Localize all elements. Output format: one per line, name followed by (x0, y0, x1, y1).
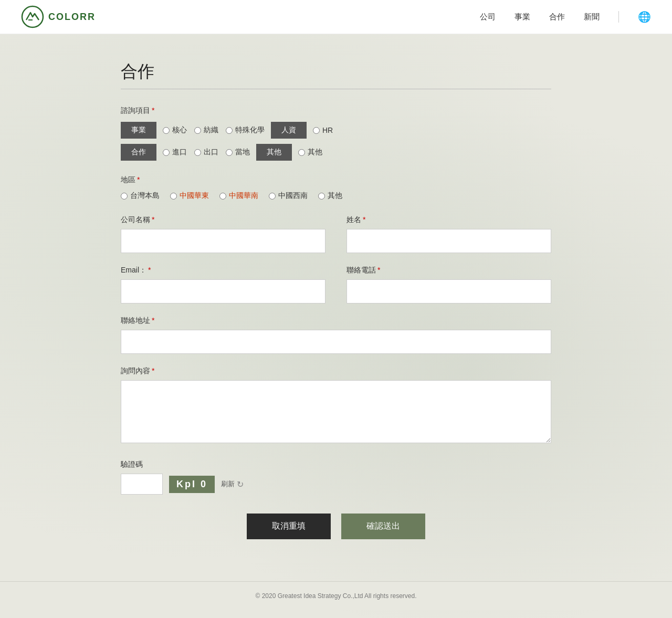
category-btn-cooperation[interactable]: 合作 (121, 144, 156, 161)
consultation-label: 諮詢項目* (121, 106, 551, 116)
captcha-image: KpI 0 (169, 476, 215, 493)
cancel-reset-button[interactable]: 取消重填 (247, 514, 331, 539)
company-name-field: 公司名稱* (121, 215, 326, 253)
hr-radio-group: HR (313, 126, 333, 134)
phone-field: 聯絡電話* (346, 266, 551, 303)
captcha-refresh-label: 刷新 (221, 479, 235, 489)
main-content: 合作 諮詢項目* 事業 核心 紡織 (110, 34, 562, 581)
refresh-icon: ↻ (237, 479, 244, 489)
radio-china-east-input[interactable] (170, 193, 177, 200)
company-name-input[interactable] (121, 229, 326, 253)
title-divider (121, 89, 551, 89)
captcha-row: KpI 0 刷新 ↻ (121, 474, 551, 495)
company-name-row: 公司名稱* 姓名* (121, 215, 551, 253)
business-radio-group: 核心 紡織 特殊化學 (163, 125, 265, 135)
radio-export[interactable]: 出口 (194, 148, 218, 157)
radio-region-other[interactable]: 其他 (318, 191, 342, 201)
radio-other-input[interactable] (298, 149, 305, 156)
site-header: COLORR 公司 事業 合作 新聞 🌐 (0, 0, 672, 34)
radio-china-east[interactable]: 中國華東 (170, 191, 209, 201)
radio-import-input[interactable] (163, 149, 170, 156)
radio-hr-input[interactable] (313, 127, 320, 134)
address-field: 聯絡地址* (121, 316, 551, 354)
full-name-label: 姓名* (346, 215, 551, 225)
nav-cooperation[interactable]: 合作 (549, 12, 565, 22)
radio-local[interactable]: 當地 (226, 148, 250, 157)
captcha-label: 驗證碼 (121, 460, 551, 469)
cooperation-form: 諮詢項目* 事業 核心 紡織 特殊化學 (121, 106, 551, 539)
inquiry-textarea[interactable] (121, 380, 551, 443)
page-title: 合作 (121, 60, 551, 83)
category-btn-business[interactable]: 事業 (121, 122, 156, 139)
full-name-input[interactable] (346, 229, 551, 253)
logo-icon (21, 5, 44, 28)
captcha-section: 驗證碼 KpI 0 刷新 ↻ (121, 460, 551, 495)
email-phone-row: Email：* 聯絡電話* (121, 266, 551, 303)
captcha-refresh-button[interactable]: 刷新 ↻ (221, 479, 244, 489)
logo-text: COLORR (48, 12, 96, 23)
radio-core[interactable]: 核心 (163, 125, 187, 135)
region-label: 地區* (121, 175, 551, 185)
cooperation-radio-group: 進口 出口 當地 (163, 148, 250, 157)
radio-china-west-input[interactable] (269, 193, 276, 200)
radio-special-chem[interactable]: 特殊化學 (226, 125, 265, 135)
radio-textile[interactable]: 紡織 (194, 125, 218, 135)
email-input[interactable] (121, 279, 326, 303)
email-field: Email：* (121, 266, 326, 303)
category-row-1: 事業 核心 紡織 特殊化學 人資 (121, 122, 551, 139)
radio-china-west[interactable]: 中國西南 (269, 191, 308, 201)
main-nav: 公司 事業 合作 新聞 🌐 (480, 11, 651, 23)
address-label: 聯絡地址* (121, 316, 551, 326)
radio-textile-input[interactable] (194, 127, 201, 134)
site-footer: © 2020 Greatest Idea Strategy Co.,Ltd Al… (0, 581, 672, 610)
footer-text: © 2020 Greatest Idea Strategy Co.,Ltd Al… (255, 592, 416, 600)
radio-core-input[interactable] (163, 127, 170, 134)
nav-business[interactable]: 事業 (514, 12, 530, 22)
radio-export-input[interactable] (194, 149, 201, 156)
address-input[interactable] (121, 330, 551, 354)
phone-label: 聯絡電話* (346, 266, 551, 275)
radio-local-input[interactable] (226, 149, 233, 156)
inquiry-field: 詢問內容* (121, 366, 551, 445)
globe-icon[interactable]: 🌐 (638, 11, 651, 23)
category-btn-hr[interactable]: 人資 (271, 122, 307, 139)
region-radio-group: 台灣本島 中國華東 中國華南 中國西南 其他 (121, 191, 551, 201)
inquiry-label: 詢問內容* (121, 366, 551, 376)
radio-taiwan-input[interactable] (121, 193, 128, 200)
full-name-field: 姓名* (346, 215, 551, 253)
nav-divider (618, 11, 619, 23)
radio-china-south-input[interactable] (219, 193, 226, 200)
captcha-input[interactable] (121, 474, 163, 495)
consultation-section: 諮詢項目* 事業 核心 紡織 特殊化學 (121, 106, 551, 161)
radio-region-other-input[interactable] (318, 193, 325, 200)
radio-other[interactable]: 其他 (298, 148, 322, 157)
phone-input[interactable] (346, 279, 551, 303)
radio-special-chem-input[interactable] (226, 127, 233, 134)
radio-import[interactable]: 進口 (163, 148, 187, 157)
company-name-label: 公司名稱* (121, 215, 326, 225)
radio-taiwan[interactable]: 台灣本島 (121, 191, 160, 201)
email-label: Email：* (121, 266, 326, 275)
logo-area[interactable]: COLORR (21, 5, 96, 28)
category-row-2: 合作 進口 出口 當地 其他 (121, 144, 551, 161)
radio-hr[interactable]: HR (313, 126, 333, 134)
region-section: 地區* 台灣本島 中國華東 中國華南 中國西南 (121, 175, 551, 201)
other-radio-group: 其他 (298, 148, 322, 157)
nav-news[interactable]: 新聞 (584, 12, 600, 22)
submit-button[interactable]: 確認送出 (341, 514, 425, 539)
form-buttons: 取消重填 確認送出 (121, 514, 551, 539)
nav-company[interactable]: 公司 (480, 12, 496, 22)
radio-china-south[interactable]: 中國華南 (219, 191, 258, 201)
category-btn-other[interactable]: 其他 (256, 144, 292, 161)
